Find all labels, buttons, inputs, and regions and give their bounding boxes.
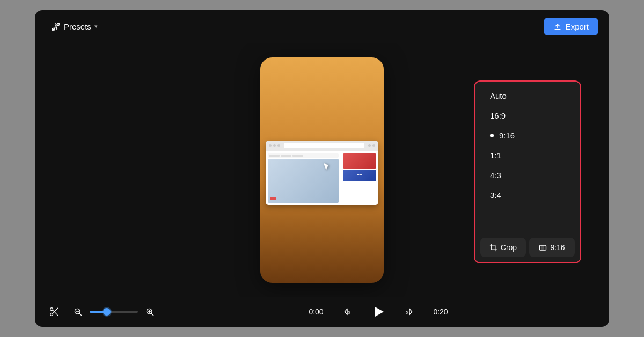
svg-text:5: 5 bbox=[406, 311, 408, 314]
browser-url-bar bbox=[284, 143, 364, 148]
toolbar-left bbox=[46, 303, 158, 320]
svg-rect-2 bbox=[540, 245, 546, 250]
aspect-ratio-16-9[interactable]: 16:9 bbox=[475, 106, 580, 126]
export-label: Export bbox=[566, 22, 589, 31]
aspect-ratio-9-16[interactable]: 9:16 bbox=[475, 126, 580, 145]
aspect-ratio-3-4[interactable]: 3:4 bbox=[475, 185, 580, 205]
toolbar-center: 0:00 5 5 0:20 bbox=[158, 302, 598, 321]
browser-right-content: ●●●● bbox=[341, 151, 378, 205]
aspect-ratio-1-1-label: 1:1 bbox=[490, 151, 501, 160]
skip-back-icon: 5 bbox=[341, 306, 353, 318]
browser-nav bbox=[268, 153, 339, 158]
browser-content: ●●●● bbox=[266, 151, 378, 205]
bottom-toolbar: 0:00 5 5 0:20 bbox=[35, 297, 609, 327]
ratio-label: 9:16 bbox=[550, 243, 565, 252]
ratio-button[interactable]: 9:16 bbox=[529, 238, 575, 257]
header: Presets ▾ Export bbox=[35, 10, 609, 43]
skip-back-button[interactable]: 5 bbox=[339, 303, 356, 320]
browser-bar bbox=[266, 141, 378, 151]
browser-nav-item-2 bbox=[281, 155, 291, 157]
browser-icon-2 bbox=[372, 144, 375, 147]
browser-card-2-text: ●●●● bbox=[357, 174, 362, 177]
chevron-down-icon: ▾ bbox=[94, 23, 98, 30]
browser-card-1 bbox=[343, 153, 376, 169]
skip-forward-icon: 5 bbox=[404, 306, 415, 318]
browser-left-content bbox=[266, 151, 341, 205]
aspect-ratio-4-3[interactable]: 4:3 bbox=[475, 165, 580, 185]
cut-button[interactable] bbox=[46, 303, 63, 320]
upload-icon bbox=[553, 23, 562, 31]
presets-button[interactable]: Presets ▾ bbox=[46, 19, 103, 35]
crop-button[interactable]: Crop bbox=[480, 238, 526, 257]
main-content: ●●●● Auto 16:9 9:1 bbox=[35, 43, 609, 297]
phone-card: ●●●● bbox=[260, 57, 384, 283]
zoom-track[interactable] bbox=[90, 311, 138, 313]
aspect-ratio-auto-label: Auto bbox=[490, 91, 507, 100]
svg-text:5: 5 bbox=[348, 311, 350, 314]
aspect-ratio-4-3-label: 4:3 bbox=[490, 171, 501, 180]
presets-label: Presets bbox=[64, 22, 91, 31]
browser-nav-item-1 bbox=[269, 155, 280, 157]
browser-hero-image bbox=[268, 159, 339, 203]
time-start: 0:00 bbox=[306, 307, 326, 316]
browser-dot-3 bbox=[277, 144, 280, 147]
aspect-ratio-1-1[interactable]: 1:1 bbox=[475, 145, 580, 165]
browser-dot-1 bbox=[269, 144, 272, 147]
magic-icon bbox=[51, 22, 61, 32]
app-window: Presets ▾ Export bbox=[35, 10, 609, 327]
ratio-icon bbox=[539, 244, 547, 252]
skip-forward-button[interactable]: 5 bbox=[401, 303, 418, 320]
zoom-slider[interactable] bbox=[69, 303, 158, 320]
play-icon bbox=[375, 307, 384, 317]
aspect-ratio-3-4-label: 3:4 bbox=[490, 191, 501, 200]
zoom-in-icon bbox=[145, 307, 154, 316]
time-end: 0:20 bbox=[431, 307, 450, 316]
export-button[interactable]: Export bbox=[544, 18, 598, 35]
aspect-ratio-16-9-label: 16:9 bbox=[490, 111, 506, 120]
dropdown-actions: Crop 9:16 bbox=[475, 232, 580, 262]
svg-line-8 bbox=[79, 313, 82, 316]
browser-hero-cta bbox=[270, 197, 276, 200]
browser-nav-item-3 bbox=[292, 155, 303, 157]
zoom-out-button[interactable] bbox=[69, 303, 86, 320]
browser-screenshot: ●●●● bbox=[266, 141, 378, 205]
zoom-thumb[interactable] bbox=[103, 308, 111, 316]
aspect-ratio-dropdown: Auto 16:9 9:16 1:1 4:3 3:4 bbox=[474, 80, 581, 263]
play-button[interactable] bbox=[369, 302, 388, 321]
browser-card-2: ●●●● bbox=[343, 170, 376, 181]
crop-icon bbox=[489, 244, 497, 252]
zoom-in-button[interactable] bbox=[141, 303, 158, 320]
svg-line-11 bbox=[151, 313, 153, 316]
browser-icon-1 bbox=[368, 144, 371, 147]
aspect-ratio-auto[interactable]: Auto bbox=[475, 86, 580, 106]
crop-label: Crop bbox=[501, 243, 517, 252]
browser-dot-2 bbox=[273, 144, 276, 147]
scissors-icon bbox=[49, 307, 59, 317]
zoom-out-icon bbox=[74, 307, 82, 316]
aspect-ratio-9-16-label: 9:16 bbox=[499, 131, 515, 140]
radio-dot-selected bbox=[490, 134, 494, 137]
